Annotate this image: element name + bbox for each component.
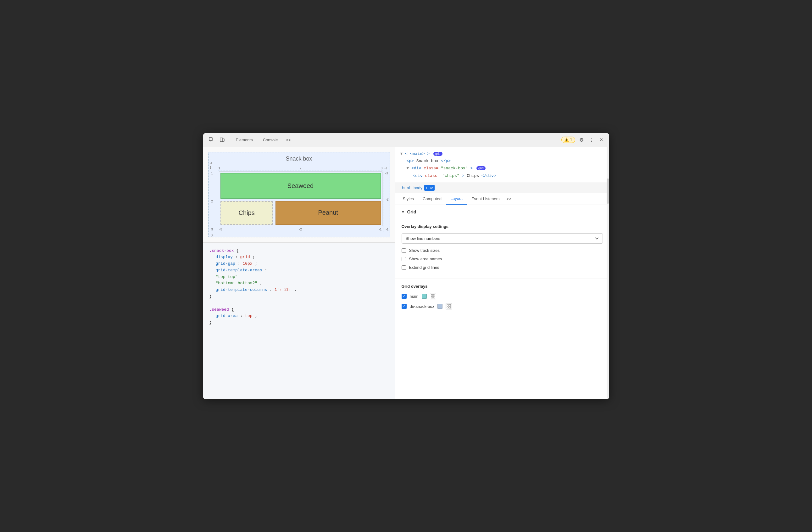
svg-rect-6 <box>433 294 435 296</box>
panel-tabs: Styles Computed Layout Event Listeners >… <box>395 193 609 205</box>
dom-line-div-snackbox: ▼ <div class= "snack-box" > grid <box>400 165 604 172</box>
left-num-3-outer: 3 <box>211 234 213 237</box>
checkbox-area-names: Show area names <box>402 256 603 261</box>
checkbox-extend-grid-lines-input[interactable] <box>402 265 406 270</box>
left-num-2: 2 <box>211 199 213 203</box>
overlay-snackbox-color-swatch[interactable] <box>437 304 443 309</box>
grid-section-header[interactable]: ▼ Grid <box>395 205 609 219</box>
css-selector-2: .seaweed <box>209 307 229 312</box>
tab-layout[interactable]: Layout <box>446 193 467 205</box>
dom-viewer: ▼ < <main> > grid <p> Snack box </p> ▼ <… <box>395 147 609 183</box>
toolbar-left-icons <box>207 135 227 144</box>
code-line-9: .seaweed { <box>209 307 389 313</box>
code-panel: .snack-box { display : grid ; grid-gap :… <box>203 242 395 399</box>
toolbar-right: ⚠️ 1 ⚙ ⋮ × <box>561 136 605 143</box>
overlay-row-main: main <box>402 293 603 299</box>
tab-styles[interactable]: Styles <box>398 193 418 205</box>
dom-line-main: ▼ < <main> > grid <box>400 150 604 157</box>
overlay-main-label: main <box>410 294 419 299</box>
grid-top-numbers: 1 2 3 <box>218 167 383 170</box>
code-line-11: } <box>209 320 389 326</box>
chips-cell: Chips <box>220 201 273 225</box>
left-panel: Snack box 1 2 3 -1 -3 <box>203 147 395 399</box>
neg1-top: -1 <box>385 167 388 170</box>
overlay-main-icon-btn[interactable] <box>430 293 436 299</box>
checkbox-track-sizes-input[interactable] <box>402 248 406 253</box>
seaweed-cell: Seaweed <box>220 173 381 199</box>
bottom-neg1: -1 <box>379 228 382 231</box>
grid-chevron-icon: ▼ <box>402 210 405 214</box>
checkbox-track-sizes: Show track sizes <box>402 248 603 253</box>
main-tabs: Elements Console >> <box>231 135 559 145</box>
right-panel: ▼ < <main> > grid <p> Snack box </p> ▼ <… <box>395 147 609 399</box>
snackbox-grid-badge: grid <box>476 166 485 170</box>
overlay-snackbox-checkbox[interactable] <box>402 304 407 309</box>
left-num-3: 3 <box>211 228 213 231</box>
grid-overlays-title: Grid overlays <box>402 284 603 289</box>
checkbox-area-names-label: Show area names <box>409 256 442 261</box>
grid-bottom-numbers: -3 -2 -1 <box>219 227 382 231</box>
css-prop-gap: grid-gap <box>216 261 235 266</box>
settings-button[interactable]: ⚙ <box>578 136 585 143</box>
main-grid-badge: grid <box>433 152 443 156</box>
right-neg1b: -1 <box>386 228 389 231</box>
css-prop-areas: grid-template-areas <box>216 268 262 272</box>
svg-rect-9 <box>447 304 448 306</box>
checkbox-area-names-input[interactable] <box>402 257 406 261</box>
breadcrumb: html body nav <box>395 183 609 193</box>
toolbar: Elements Console >> ⚠️ 1 ⚙ ⋮ × <box>203 133 609 147</box>
breadcrumb-body[interactable]: body <box>412 185 424 191</box>
overlay-row-snackbox: div.snack-box <box>402 303 603 309</box>
grid-right-numbers: -2 -1 <box>386 171 389 232</box>
device-toolbar-button[interactable] <box>218 135 227 144</box>
css-val-grid: grid <box>240 255 250 260</box>
right-neg2: -2 <box>386 198 389 201</box>
overlay-main-color-swatch[interactable] <box>422 294 427 299</box>
code-line-6: "bottom1 bottom2" ; <box>209 280 389 287</box>
tab-more[interactable]: >> <box>284 135 293 145</box>
code-line-2: display : grid ; <box>209 254 389 261</box>
breadcrumb-nav[interactable]: nav <box>424 185 435 191</box>
code-line-3: grid-gap : 10px ; <box>209 261 389 267</box>
code-line-4: grid-template-areas : <box>209 267 389 274</box>
outer-topleft-num: -1 <box>210 162 213 165</box>
tab-elements[interactable]: Elements <box>231 135 257 145</box>
warning-count: 1 <box>570 138 572 142</box>
more-options-button[interactable]: ⋮ <box>588 136 595 143</box>
tab-console[interactable]: Console <box>259 135 282 145</box>
tab-event-listeners[interactable]: Event Listeners <box>467 193 504 205</box>
overlay-dropdown[interactable]: Show line numbers Show track sizes Show … <box>402 233 603 244</box>
outer-left-num: 1 <box>210 166 212 169</box>
code-line-8: } <box>209 293 389 300</box>
svg-rect-7 <box>431 296 433 298</box>
top-num-2: 2 <box>300 167 302 170</box>
inspect-element-button[interactable] <box>207 135 216 144</box>
tab-panel-more[interactable]: >> <box>504 193 514 205</box>
close-button[interactable]: × <box>598 136 605 143</box>
svg-rect-5 <box>431 294 433 296</box>
bottom-neg2: -2 <box>299 228 302 231</box>
scrollbar-track[interactable] <box>607 147 609 399</box>
svg-rect-8 <box>433 296 435 298</box>
breadcrumb-html[interactable]: html <box>400 185 412 191</box>
scrollbar-thumb[interactable] <box>607 179 609 204</box>
svg-rect-3 <box>220 138 223 142</box>
svg-rect-11 <box>447 307 448 308</box>
overlay-snackbox-label: div.snack-box <box>410 304 435 309</box>
checkbox-track-sizes-label: Show track sizes <box>409 248 440 253</box>
checkbox-extend-grid-lines: Extend grid lines <box>402 265 603 270</box>
grid-section-title: Grid <box>407 209 416 214</box>
grid-outer-box: -1 -3 1 2 3 -2 -1 <box>218 171 383 232</box>
warning-badge: ⚠️ 1 <box>561 137 575 143</box>
code-line-5: "top top" <box>209 274 389 280</box>
top-num-1: 1 <box>219 167 220 170</box>
code-line-spacer <box>209 300 389 307</box>
overlay-snackbox-icon-btn[interactable] <box>446 303 452 309</box>
dom-line-p: <p> Snack box </p> <box>400 157 604 165</box>
css-val-area: top <box>245 313 252 318</box>
tab-computed[interactable]: Computed <box>418 193 446 205</box>
grid-inner: Seaweed Chips Peanut <box>219 171 382 226</box>
overlay-settings-title: Overlay display settings <box>402 224 603 229</box>
code-line-7: grid-template-columns : 1fr 2fr ; <box>209 287 389 293</box>
overlay-main-checkbox[interactable] <box>402 294 407 299</box>
